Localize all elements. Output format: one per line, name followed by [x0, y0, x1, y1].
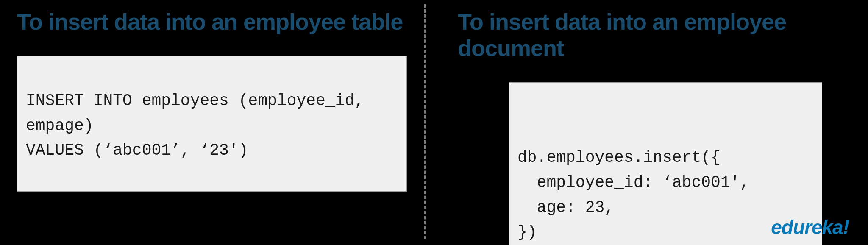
right-panel: To insert data into an employee document… [424, 8, 851, 237]
sql-code-box: INSERT INTO employees (employee_id, empa… [17, 56, 407, 192]
edureka-logo: edureka! [771, 216, 849, 239]
right-heading: To insert data into an employee document [458, 8, 851, 61]
mongo-code-text: db.employees.insert({ employee_id: ‘abc0… [517, 145, 813, 245]
comparison-container: To insert data into an employee table IN… [0, 0, 868, 245]
sql-code-text: INSERT INTO employees (employee_id, empa… [26, 89, 398, 164]
left-panel: To insert data into an employee table IN… [17, 8, 424, 237]
vertical-divider [424, 4, 426, 239]
left-heading: To insert data into an employee table [17, 8, 407, 35]
